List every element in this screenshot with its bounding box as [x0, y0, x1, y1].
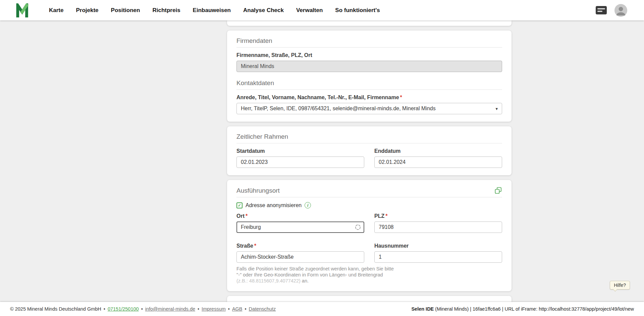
- form-card-column: Firmendaten Firmenname, Straße, PLZ, Ort…: [227, 20, 512, 316]
- firmenname-label: Firmenname, Straße, PLZ, Ort: [236, 52, 502, 58]
- plz-label: PLZ*: [374, 213, 502, 219]
- footer-email-link[interactable]: info@mineral-minds.de: [145, 306, 195, 312]
- startdatum-input[interactable]: [236, 156, 364, 168]
- copy-icon[interactable]: [494, 187, 502, 194]
- enddatum-input[interactable]: [374, 156, 502, 168]
- nav-item-verwalten[interactable]: Verwalten: [296, 7, 323, 14]
- hausnummer-input[interactable]: [374, 251, 502, 263]
- address-hint: Falls die Position keiner Straße zugeord…: [236, 266, 395, 284]
- startdatum-label: Startdatum: [236, 148, 364, 154]
- main-content: Firmendaten Firmenname, Straße, PLZ, Ort…: [0, 20, 644, 316]
- kontakt-select-value: Herr, TitelP, Selen, IDE, 0987/654321, s…: [241, 106, 436, 112]
- strasse-label: Straße*: [236, 243, 364, 249]
- footer-left: © 2025 Mineral Minds Deutschland GmbH 07…: [10, 306, 276, 312]
- plz-label-text: PLZ: [374, 213, 384, 219]
- anonymize-checkbox[interactable]: ✓: [236, 202, 243, 208]
- plz-input[interactable]: [374, 222, 502, 233]
- ausfuehrungsort-title: Ausführungsort: [236, 187, 280, 194]
- footer-datenschutz-link[interactable]: Datenschutz: [249, 306, 276, 312]
- navbar-right: [595, 4, 627, 17]
- divider: [236, 197, 502, 197]
- field-startdatum: Startdatum: [236, 143, 364, 168]
- field-strasse: Straße*: [236, 238, 364, 263]
- top-navbar: Karte Projekte Positionen Richtpreis Ein…: [0, 0, 644, 20]
- required-marker: *: [254, 243, 256, 249]
- strasse-input[interactable]: [236, 251, 364, 263]
- card-partial-top: [227, 20, 512, 26]
- firmendaten-title: Firmendaten: [236, 37, 502, 45]
- required-marker: *: [385, 213, 387, 219]
- ort-label-text: Ort: [236, 213, 245, 219]
- user-avatar[interactable]: [614, 4, 627, 17]
- kontakt-label-text: Anrede, Titel, Vorname, Nachname, Tel.-N…: [236, 94, 399, 100]
- ort-label: Ort*: [236, 213, 364, 219]
- mineral-minds-logo[interactable]: [15, 3, 31, 17]
- footer-phone-link[interactable]: 07151/250100: [108, 306, 139, 312]
- divider: [236, 47, 502, 48]
- nav-item-analyse-check[interactable]: Analyse Check: [243, 7, 284, 14]
- nav-item-karte[interactable]: Karte: [49, 7, 63, 14]
- footer-impressum-link[interactable]: Impressum: [202, 306, 226, 312]
- address-hint-example: (z.B.: 48.8115607,9.4077422): [236, 278, 301, 283]
- required-marker: *: [400, 94, 402, 100]
- nav-item-projekte[interactable]: Projekte: [76, 7, 98, 14]
- footer-env-name: Selen IDE: [411, 306, 434, 312]
- nav-item-so-funktionierts[interactable]: So funktioniert's: [335, 7, 380, 14]
- nav-item-einbauweisen[interactable]: Einbauweisen: [193, 7, 231, 14]
- startdatum-label-text: Startdatum: [236, 148, 265, 154]
- field-enddatum: Enddatum: [374, 143, 502, 168]
- page-footer: © 2025 Mineral Minds Deutschland GmbH 07…: [0, 302, 644, 316]
- field-plz: PLZ*: [374, 208, 502, 233]
- divider: [236, 89, 502, 90]
- server-icon[interactable]: [595, 6, 607, 15]
- footer-copyright: © 2025 Mineral Minds Deutschland GmbH: [10, 306, 101, 312]
- required-marker: *: [246, 213, 248, 219]
- firmenname-label-text: Firmenname, Straße, PLZ, Ort: [236, 52, 312, 58]
- info-icon[interactable]: i: [305, 202, 311, 208]
- enddatum-label: Enddatum: [374, 148, 502, 154]
- kontakt-label: Anrede, Titel, Vorname, Nachname, Tel.-N…: [236, 94, 502, 101]
- field-ort: Ort*: [236, 208, 364, 233]
- anonymize-row: ✓ Adresse anonymisieren i: [236, 202, 502, 208]
- zeitraum-title: Zeitlicher Rahmen: [236, 133, 502, 140]
- help-badge-label: Hilfe?: [614, 282, 626, 288]
- main-nav: Karte Projekte Positionen Richtpreis Ein…: [49, 7, 380, 14]
- card-firmendaten: Firmendaten Firmenname, Straße, PLZ, Ort…: [227, 30, 512, 122]
- footer-agb-link[interactable]: AGB: [232, 306, 243, 312]
- field-hausnummer: Hausnummer: [374, 238, 502, 263]
- anonymize-label: Adresse anonymisieren: [246, 202, 302, 208]
- info-icon-glyph: i: [307, 203, 308, 207]
- chevron-down-icon: ▾: [495, 107, 498, 111]
- hausnummer-label-text: Hausnummer: [374, 243, 409, 249]
- loading-spinner-icon: [355, 224, 361, 230]
- kontaktdaten-title: Kontaktdaten: [236, 79, 502, 87]
- hausnummer-label: Hausnummer: [374, 243, 502, 249]
- checkbox-checked-icon: ✓: [238, 203, 241, 207]
- footer-env-info: Selen IDE (Mineral Minds) | 16fae1ffc6a6…: [411, 306, 634, 312]
- address-hint-text: Falls die Position keiner Straße zugeord…: [236, 266, 394, 277]
- card-ausfuehrungsort: Ausführungsort ✓ Adresse anonymisieren i: [227, 180, 512, 291]
- nav-item-positionen[interactable]: Positionen: [111, 7, 140, 14]
- nav-item-richtpreis[interactable]: Richtpreis: [152, 7, 180, 14]
- card-zeitlicher-rahmen: Zeitlicher Rahmen Startdatum Enddatum: [227, 126, 512, 175]
- ort-input[interactable]: [236, 222, 364, 233]
- enddatum-label-text: Enddatum: [374, 148, 400, 154]
- strasse-label-text: Straße: [236, 243, 253, 249]
- address-hint-suffix: an.: [301, 278, 309, 283]
- firmenname-input: [236, 61, 502, 72]
- kontakt-select[interactable]: Herr, TitelP, Selen, IDE, 0987/654321, s…: [236, 103, 502, 114]
- footer-env-details: (Mineral Minds) | 16fae1ffc6a6 | URL of …: [434, 306, 634, 312]
- help-badge[interactable]: Hilfe?: [610, 281, 630, 290]
- logo-m-icon: [15, 3, 31, 17]
